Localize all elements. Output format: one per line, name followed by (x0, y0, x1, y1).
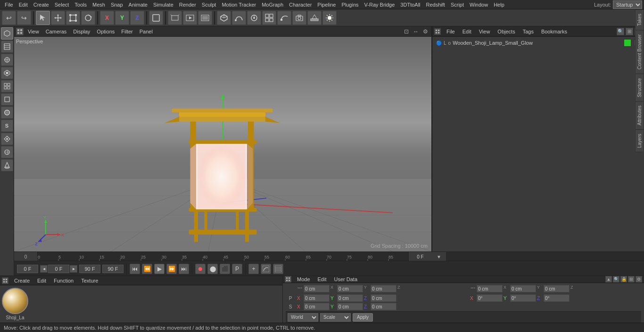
vtab-content-browser[interactable]: Content Browser (635, 30, 644, 73)
auto-key-button[interactable]: ⬤ (207, 264, 218, 274)
layout-dropdown[interactable]: Startup (613, 0, 642, 9)
s-x-input[interactable] (304, 303, 330, 310)
px-input[interactable] (304, 285, 330, 292)
undo-button[interactable]: ↩ (2, 11, 16, 25)
sidebar-btn-10[interactable] (1, 159, 13, 171)
go-end-button[interactable]: ⏭ (179, 264, 189, 274)
vp-menu-filter[interactable]: Filter (119, 26, 135, 37)
timeline-arrow[interactable]: ▼ (432, 252, 446, 261)
vp-icon-settings[interactable]: ⚙ (421, 27, 429, 36)
x-axis-button[interactable]: X (100, 11, 114, 25)
menu-pipeline[interactable]: Pipeline (314, 0, 339, 9)
attr-settings-icon[interactable]: ⚙ (636, 276, 642, 283)
rp-menu-tags[interactable]: Tags (521, 26, 536, 37)
vp-icon-expand[interactable]: ⊡ (402, 27, 411, 36)
attr-lock-icon[interactable]: 🔒 (620, 276, 627, 283)
vp-icon-move[interactable]: ↔ (412, 27, 420, 36)
menu-snap[interactable]: Snap (108, 0, 126, 9)
rotate-tool-button[interactable] (81, 11, 95, 25)
viewport-menu-icon[interactable] (16, 28, 24, 35)
menu-render[interactable]: Render (176, 0, 199, 9)
s-z-input[interactable] (371, 303, 396, 310)
sidebar-btn-3[interactable] (1, 67, 13, 79)
z-axis-button[interactable]: Z (130, 11, 144, 25)
vp-menu-panel[interactable]: Panel (137, 26, 155, 37)
frame-next-arrow[interactable]: ▸ (70, 265, 77, 273)
vp-menu-view[interactable]: View (25, 26, 41, 37)
current-frame-input[interactable] (48, 265, 69, 273)
menu-mograph[interactable]: MoGraph (259, 0, 286, 9)
menu-mesh[interactable]: Mesh (90, 0, 108, 9)
attr-search-icon[interactable]: 🔍 (613, 276, 619, 283)
menu-script[interactable]: Script (448, 0, 467, 9)
sidebar-btn-4[interactable] (1, 80, 13, 92)
p-rz-input[interactable] (544, 294, 570, 302)
step-forward-button[interactable]: ⏩ (166, 264, 177, 274)
menu-plugins[interactable]: Plugins (339, 0, 361, 9)
pz-input[interactable] (371, 285, 396, 292)
world-dropdown[interactable]: World (288, 313, 318, 322)
mp-function[interactable]: Function (52, 278, 75, 283)
apply-button[interactable]: Apply (353, 313, 373, 322)
rx-input[interactable] (477, 285, 503, 292)
play-button[interactable]: ▶ (154, 264, 165, 274)
right-panel-menu-icon[interactable] (434, 28, 441, 35)
menu-3dtoall[interactable]: 3DTtoAll (397, 0, 423, 9)
array-tool-button[interactable] (262, 11, 276, 25)
attr-user-data[interactable]: User Data (332, 276, 360, 282)
select-tool-button[interactable] (36, 11, 50, 25)
rp-menu-view[interactable]: View (477, 26, 492, 37)
p-z-input[interactable] (371, 294, 396, 302)
go-start-button[interactable]: ⏮ (130, 264, 140, 274)
attr-expand-icon[interactable]: ⊞ (628, 276, 635, 283)
sidebar-btn-7[interactable]: S (1, 120, 13, 132)
redo-button[interactable]: ↪ (17, 11, 31, 25)
sidebar-btn-8[interactable] (1, 133, 13, 145)
menu-window[interactable]: Window (467, 0, 491, 9)
p-ry-input[interactable] (510, 294, 536, 302)
rp-menu-edit[interactable]: Edit (461, 26, 473, 37)
floor-tool-button[interactable] (307, 11, 322, 25)
attr-mode[interactable]: Mode (295, 276, 312, 282)
menu-create[interactable]: Create (31, 0, 52, 9)
preview-frame-input[interactable] (102, 265, 124, 273)
sidebar-btn-0[interactable] (1, 27, 13, 40)
rp-menu-objects[interactable]: Objects (495, 26, 517, 37)
vtab-attributes[interactable]: Attributes (635, 101, 644, 130)
material-item[interactable]: Shoji_La (2, 288, 28, 320)
p-rx-input[interactable] (477, 294, 503, 302)
menu-redshift[interactable]: Redshift (423, 0, 448, 9)
object-mode-button[interactable] (149, 11, 163, 25)
motion-path-button[interactable]: P (232, 264, 242, 274)
menu-select[interactable]: Select (52, 0, 72, 9)
mp-edit[interactable]: Edit (35, 278, 48, 283)
mp-texture[interactable]: Texture (79, 278, 100, 283)
timeline-current-frame[interactable]: 0 F (408, 252, 432, 261)
menu-tools[interactable]: Tools (72, 0, 90, 9)
p-x-input[interactable] (304, 294, 330, 302)
menu-animate[interactable]: Animate (126, 0, 150, 9)
frame-prev-arrow[interactable]: ◂ (40, 265, 48, 273)
vp-menu-options[interactable]: Options (94, 26, 117, 37)
fcurve-button[interactable] (261, 264, 271, 274)
light-tool-button[interactable] (322, 11, 337, 25)
move-tool-button[interactable] (51, 11, 65, 25)
sidebar-btn-6[interactable] (1, 106, 13, 119)
attr-panel-menu-icon[interactable] (285, 276, 291, 283)
vtab-takes[interactable]: Takes (635, 26, 644, 30)
rz-input[interactable] (544, 285, 570, 292)
rp-menu-file[interactable]: File (445, 26, 457, 37)
menu-motion-tracker[interactable]: Motion Tracker (219, 0, 259, 9)
vp-menu-cameras[interactable]: Cameras (43, 26, 69, 37)
rp-menu-bookmarks[interactable]: Bookmarks (539, 26, 569, 37)
render-active-button[interactable] (183, 11, 197, 25)
scale-dropdown[interactable]: Scale (320, 313, 351, 322)
object-row-lamp[interactable]: 🔵 L o Wooden_Shoji_Lamp_Small_Glow (434, 39, 642, 47)
menu-vray[interactable]: V-Ray Bridge (362, 0, 398, 9)
cube-tool-button[interactable] (217, 11, 231, 25)
attr-edit[interactable]: Edit (316, 276, 329, 282)
viewport-3d[interactable]: X Y Z Perspective Grid Spacing : 10000 c… (14, 37, 431, 251)
render-frame-button[interactable] (198, 11, 212, 25)
sidebar-btn-1[interactable] (1, 40, 13, 53)
vtab-structure[interactable]: Structure (635, 74, 644, 102)
